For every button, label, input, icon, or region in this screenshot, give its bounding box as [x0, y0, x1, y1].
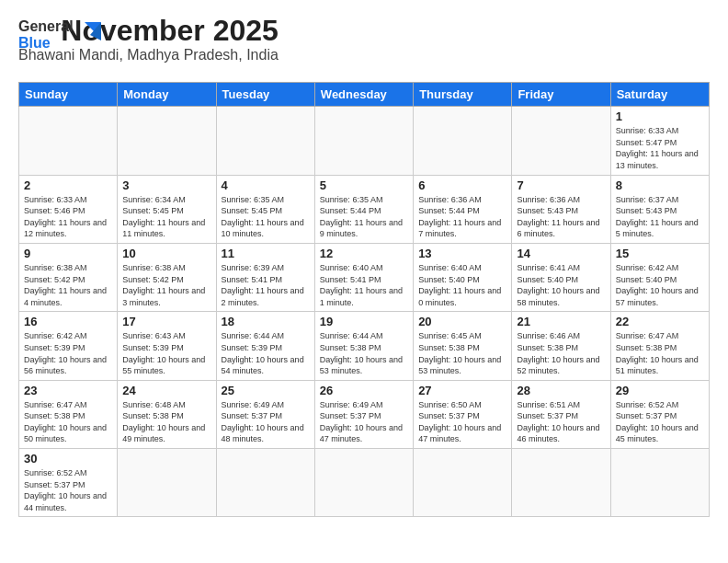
day-cell-4: 4 Sunrise: 6:35 AMSunset: 5:45 PMDayligh…	[216, 175, 314, 243]
day-cell-3: 3 Sunrise: 6:34 AMSunset: 5:45 PMDayligh…	[118, 175, 216, 243]
table-row: 16 Sunrise: 6:42 AMSunset: 5:39 PMDaylig…	[19, 312, 710, 380]
day-info: Sunrise: 6:40 AMSunset: 5:40 PMDaylight:…	[418, 262, 506, 308]
day-info: Sunrise: 6:42 AMSunset: 5:39 PMDaylight:…	[24, 330, 112, 376]
header-thursday: Thursday	[414, 83, 512, 107]
day-cell-21: 21 Sunrise: 6:46 AMSunset: 5:38 PMDaylig…	[512, 312, 610, 380]
day-number: 16	[24, 315, 112, 328]
day-info: Sunrise: 6:49 AMSunset: 5:37 PMDaylight:…	[320, 399, 408, 445]
day-info: Sunrise: 6:36 AMSunset: 5:44 PMDaylight:…	[418, 194, 506, 240]
logo: General Blue	[18, 15, 101, 55]
day-number: 10	[122, 247, 210, 260]
header-friday: Friday	[512, 83, 610, 107]
day-info: Sunrise: 6:52 AMSunset: 5:37 PMDaylight:…	[616, 399, 704, 445]
day-number: 30	[24, 452, 112, 465]
day-cell-6: 6 Sunrise: 6:36 AMSunset: 5:44 PMDayligh…	[414, 175, 512, 243]
day-info: Sunrise: 6:37 AMSunset: 5:43 PMDaylight:…	[616, 194, 704, 240]
day-number: 18	[222, 315, 310, 328]
day-info: Sunrise: 6:52 AMSunset: 5:37 PMDaylight:…	[24, 467, 112, 513]
empty-cell	[610, 449, 709, 517]
day-info: Sunrise: 6:33 AMSunset: 5:46 PMDaylight:…	[24, 194, 112, 240]
empty-cell	[314, 449, 413, 517]
svg-text:General: General	[18, 18, 74, 34]
day-info: Sunrise: 6:35 AMSunset: 5:45 PMDaylight:…	[222, 194, 310, 240]
table-row: 1 Sunrise: 6:33 AM Sunset: 5:47 PM Dayli…	[19, 107, 710, 175]
day-number: 29	[616, 384, 704, 397]
day-number: 12	[320, 247, 408, 260]
day-cell-16: 16 Sunrise: 6:42 AMSunset: 5:39 PMDaylig…	[19, 312, 118, 380]
empty-cell	[512, 107, 610, 175]
empty-cell	[314, 107, 413, 175]
day-info: Sunrise: 6:36 AMSunset: 5:43 PMDaylight:…	[517, 194, 605, 240]
day-cell-2: 2 Sunrise: 6:33 AMSunset: 5:46 PMDayligh…	[19, 175, 118, 243]
day-info: Sunrise: 6:33 AM Sunset: 5:47 PM Dayligh…	[616, 125, 704, 171]
day-cell-28: 28 Sunrise: 6:51 AMSunset: 5:37 PMDaylig…	[512, 380, 610, 448]
day-number: 8	[616, 178, 704, 192]
day-info: Sunrise: 6:42 AMSunset: 5:40 PMDaylight:…	[616, 262, 704, 308]
day-number: 17	[122, 315, 210, 328]
day-number: 13	[418, 247, 506, 260]
day-number: 6	[418, 178, 506, 192]
day-cell-7: 7 Sunrise: 6:36 AMSunset: 5:43 PMDayligh…	[512, 175, 610, 243]
day-number: 24	[122, 384, 210, 397]
day-info: Sunrise: 6:38 AMSunset: 5:42 PMDaylight:…	[24, 262, 112, 308]
day-number: 26	[320, 384, 408, 397]
day-number: 5	[320, 178, 408, 192]
day-cell-19: 19 Sunrise: 6:44 AMSunset: 5:38 PMDaylig…	[314, 312, 413, 380]
table-row: 9 Sunrise: 6:38 AMSunset: 5:42 PMDayligh…	[19, 243, 710, 311]
day-number: 3	[122, 178, 210, 192]
empty-cell	[512, 449, 610, 517]
day-number: 1	[616, 109, 704, 123]
day-cell-10: 10 Sunrise: 6:38 AMSunset: 5:42 PMDaylig…	[118, 243, 216, 311]
day-cell-22: 22 Sunrise: 6:47 AMSunset: 5:38 PMDaylig…	[610, 312, 709, 380]
header-monday: Monday	[118, 83, 216, 107]
day-cell-1: 1 Sunrise: 6:33 AM Sunset: 5:47 PM Dayli…	[610, 107, 709, 175]
table-row: 30 Sunrise: 6:52 AMSunset: 5:37 PMDaylig…	[19, 449, 710, 517]
day-info: Sunrise: 6:34 AMSunset: 5:45 PMDaylight:…	[122, 194, 210, 240]
day-info: Sunrise: 6:44 AMSunset: 5:39 PMDaylight:…	[222, 330, 310, 376]
day-info: Sunrise: 6:51 AMSunset: 5:37 PMDaylight:…	[517, 399, 605, 445]
day-number: 14	[517, 247, 605, 260]
day-cell-11: 11 Sunrise: 6:39 AMSunset: 5:41 PMDaylig…	[216, 243, 314, 311]
table-row: 23 Sunrise: 6:47 AMSunset: 5:38 PMDaylig…	[19, 380, 710, 448]
day-number: 11	[222, 247, 310, 260]
logo-icon: General Blue	[18, 15, 101, 55]
calendar-table: Sunday Monday Tuesday Wednesday Thursday…	[18, 82, 710, 517]
empty-cell	[216, 107, 314, 175]
top-area: General Blue November 2025 Bhawani Mandi…	[18, 15, 710, 75]
day-number: 4	[222, 178, 310, 192]
day-cell-23: 23 Sunrise: 6:47 AMSunset: 5:38 PMDaylig…	[19, 380, 118, 448]
day-cell-12: 12 Sunrise: 6:40 AMSunset: 5:41 PMDaylig…	[314, 243, 413, 311]
day-number: 15	[616, 247, 704, 260]
day-cell-13: 13 Sunrise: 6:40 AMSunset: 5:40 PMDaylig…	[414, 243, 512, 311]
day-info: Sunrise: 6:45 AMSunset: 5:38 PMDaylight:…	[418, 330, 506, 376]
day-cell-24: 24 Sunrise: 6:48 AMSunset: 5:38 PMDaylig…	[118, 380, 216, 448]
day-info: Sunrise: 6:49 AMSunset: 5:37 PMDaylight:…	[222, 399, 310, 445]
day-cell-5: 5 Sunrise: 6:35 AMSunset: 5:44 PMDayligh…	[314, 175, 413, 243]
day-number: 7	[517, 178, 605, 192]
header-sunday: Sunday	[19, 83, 118, 107]
day-cell-30: 30 Sunrise: 6:52 AMSunset: 5:37 PMDaylig…	[19, 449, 118, 517]
day-number: 25	[222, 384, 310, 397]
svg-text:Blue: Blue	[18, 35, 51, 51]
day-cell-20: 20 Sunrise: 6:45 AMSunset: 5:38 PMDaylig…	[414, 312, 512, 380]
day-number: 2	[24, 178, 112, 192]
empty-cell	[118, 449, 216, 517]
day-number: 20	[418, 315, 506, 328]
day-cell-26: 26 Sunrise: 6:49 AMSunset: 5:37 PMDaylig…	[314, 380, 413, 448]
day-cell-14: 14 Sunrise: 6:41 AMSunset: 5:40 PMDaylig…	[512, 243, 610, 311]
day-info: Sunrise: 6:46 AMSunset: 5:38 PMDaylight:…	[517, 330, 605, 376]
day-number: 28	[517, 384, 605, 397]
day-number: 21	[517, 315, 605, 328]
empty-cell	[414, 107, 512, 175]
day-cell-18: 18 Sunrise: 6:44 AMSunset: 5:39 PMDaylig…	[216, 312, 314, 380]
day-info: Sunrise: 6:35 AMSunset: 5:44 PMDaylight:…	[320, 194, 408, 240]
day-cell-27: 27 Sunrise: 6:50 AMSunset: 5:37 PMDaylig…	[414, 380, 512, 448]
empty-cell	[414, 449, 512, 517]
day-number: 22	[616, 315, 704, 328]
day-number: 27	[418, 384, 506, 397]
day-info: Sunrise: 6:38 AMSunset: 5:42 PMDaylight:…	[122, 262, 210, 308]
day-info: Sunrise: 6:43 AMSunset: 5:39 PMDaylight:…	[122, 330, 210, 376]
day-info: Sunrise: 6:47 AMSunset: 5:38 PMDaylight:…	[24, 399, 112, 445]
day-cell-15: 15 Sunrise: 6:42 AMSunset: 5:40 PMDaylig…	[610, 243, 709, 311]
day-cell-29: 29 Sunrise: 6:52 AMSunset: 5:37 PMDaylig…	[610, 380, 709, 448]
